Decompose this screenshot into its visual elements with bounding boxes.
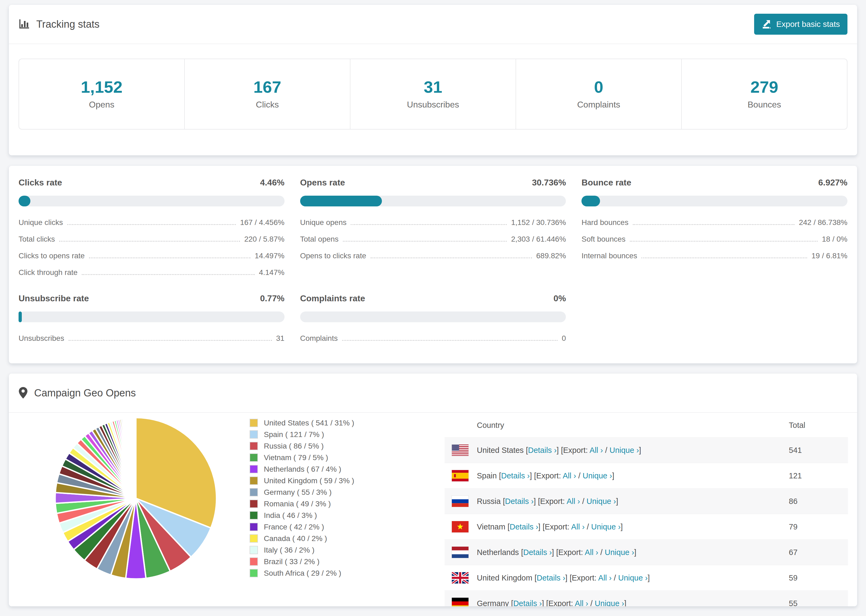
- rate-progress-track: [300, 311, 566, 322]
- rate-row: Hard bounces242 / 86.738%: [581, 218, 847, 227]
- export-basic-stats-button[interactable]: Export basic stats: [754, 14, 847, 35]
- rate-row-label: Clicks to opens rate: [19, 251, 85, 260]
- rate-title: Unsubscribe rate: [19, 294, 89, 303]
- rate-row-value: 242 / 86.738%: [799, 218, 847, 227]
- stat-value: 167: [254, 79, 281, 96]
- rate-row-label: Opens to clicks rate: [300, 251, 366, 260]
- legend-item-united-states: United States ( 541 / 31% ): [250, 417, 354, 429]
- export-all-link-united-kingdom[interactable]: All ›: [598, 574, 612, 582]
- rate-value: 30.736%: [532, 178, 566, 188]
- rate-rows: Unique clicks167 / 4.456%Total clicks220…: [19, 218, 285, 277]
- stat-value: 31: [424, 79, 442, 96]
- geo-opens-header: Campaign Geo Opens: [9, 374, 857, 413]
- legend-label: South Africa ( 29 / 2% ): [264, 569, 341, 578]
- rate-row: Unsubscribes31: [19, 334, 285, 343]
- rate-title: Opens rate: [300, 178, 345, 188]
- rate-progress-fill: [19, 196, 30, 206]
- rate-row-value: 31: [276, 334, 285, 343]
- legend-item-netherlands: Netherlands ( 67 / 4% ): [250, 464, 354, 475]
- rate-row: Soft bounces18 / 0%: [581, 235, 847, 244]
- stats-summary-box: 1,152Opens167Clicks31Unsubscribes0Compla…: [19, 58, 847, 130]
- legend-swatch: [250, 488, 258, 497]
- total-cell: 55: [789, 599, 848, 607]
- rate-row-value: 4.147%: [259, 268, 285, 277]
- country-cell: Russia [Details ›] [Export: All › / Uniq…: [477, 497, 789, 506]
- geo-row-russia: Russia [Details ›] [Export: All › / Uniq…: [444, 488, 848, 514]
- country-cell: Netherlands [Details ›] [Export: All › /…: [477, 548, 789, 557]
- rate-row: Complaints0: [300, 334, 566, 343]
- legend-label: Germany ( 55 / 3% ): [264, 488, 332, 497]
- rate-row-label: Internal bounces: [581, 251, 637, 260]
- stat-cell-bounces: 279Bounces: [681, 59, 847, 129]
- rate-row-value: 2,303 / 61.446%: [511, 235, 566, 244]
- rate-row: Unique clicks167 / 4.456%: [19, 218, 285, 227]
- details-link-germany[interactable]: Details ›: [513, 599, 542, 607]
- export-all-link-spain[interactable]: All ›: [563, 471, 576, 480]
- stat-cell-clicks: 167Clicks: [184, 59, 350, 129]
- export-all-link-germany[interactable]: All ›: [575, 599, 588, 607]
- export-all-link-netherlands[interactable]: All ›: [585, 548, 598, 556]
- rate-row: Clicks to opens rate14.497%: [19, 251, 285, 260]
- gb-flag-icon: [452, 572, 469, 584]
- geo-table-rows: United States [Details ›] [Export: All ›…: [444, 437, 848, 606]
- legend-label: France ( 42 / 2% ): [264, 523, 324, 531]
- details-link-netherlands[interactable]: Details ›: [523, 548, 552, 556]
- legend-item-france: France ( 42 / 2% ): [250, 521, 354, 533]
- rate-value: 0.77%: [260, 294, 285, 303]
- export-unique-link-united-states[interactable]: Unique ›: [609, 446, 639, 454]
- legend-item-romania: Romania ( 49 / 3% ): [250, 498, 354, 509]
- export-unique-link-vietnam[interactable]: Unique ›: [591, 522, 621, 531]
- export-unique-link-russia[interactable]: Unique ›: [587, 497, 616, 506]
- stat-value: 279: [750, 79, 778, 96]
- rate-value: 0%: [553, 294, 566, 303]
- export-unique-link-united-kingdom[interactable]: Unique ›: [618, 574, 648, 582]
- rate-block-clicks-rate: Clicks rate4.46%Unique clicks167 / 4.456…: [19, 178, 285, 277]
- rate-row: Total clicks220 / 5.87%: [19, 235, 285, 244]
- rate-row-label: Soft bounces: [581, 235, 625, 244]
- export-unique-link-spain[interactable]: Unique ›: [583, 471, 612, 480]
- legend-swatch: [250, 419, 258, 427]
- pie-slice-other[interactable]: [135, 418, 136, 498]
- rate-row-label: Unsubscribes: [19, 334, 64, 343]
- legend-item-russia: Russia ( 86 / 5% ): [250, 440, 354, 452]
- rate-row-value: 167 / 4.456%: [240, 218, 285, 227]
- legend-item-india: India ( 46 / 3% ): [250, 509, 354, 521]
- ru-flag-icon: [452, 495, 469, 507]
- rate-row-label: Total opens: [300, 235, 339, 244]
- details-link-vietnam[interactable]: Details ›: [510, 522, 538, 531]
- export-all-link-united-states[interactable]: All ›: [589, 446, 603, 454]
- total-cell: 86: [789, 497, 848, 506]
- total-cell: 59: [789, 574, 848, 582]
- rate-row: Internal bounces19 / 6.81%: [581, 251, 847, 260]
- export-unique-link-germany[interactable]: Unique ›: [595, 599, 624, 607]
- stat-label: Unsubscribes: [407, 100, 459, 110]
- export-unique-link-netherlands[interactable]: Unique ›: [605, 548, 634, 556]
- export-all-link-russia[interactable]: All ›: [567, 497, 580, 506]
- details-link-united-kingdom[interactable]: Details ›: [537, 574, 565, 582]
- details-link-spain[interactable]: Details ›: [501, 471, 529, 480]
- details-link-russia[interactable]: Details ›: [505, 497, 534, 506]
- legend-swatch: [250, 476, 258, 485]
- country-column-header: Country: [477, 421, 789, 430]
- geo-row-netherlands: Netherlands [Details ›] [Export: All › /…: [444, 539, 848, 565]
- rate-row: Click through rate4.147%: [19, 268, 285, 277]
- rate-rows: Complaints0: [300, 334, 566, 343]
- rate-block-complaints-rate: Complaints rate0%Complaints0: [300, 294, 566, 343]
- pie-legend: United States ( 541 / 31% )Spain ( 121 /…: [250, 417, 354, 579]
- rate-row-value: 1,152 / 30.736%: [511, 218, 566, 227]
- stat-label: Complaints: [577, 100, 620, 110]
- geo-opens-card: Campaign Geo Opens United States ( 541 /…: [9, 374, 857, 606]
- rate-row-label: Unique clicks: [19, 218, 63, 227]
- details-link-united-states[interactable]: Details ›: [528, 446, 556, 454]
- legend-label: Netherlands ( 67 / 4% ): [264, 465, 341, 473]
- dotted-leader: [630, 241, 817, 242]
- export-all-link-vietnam[interactable]: All ›: [571, 522, 585, 531]
- total-cell: 121: [789, 471, 848, 480]
- rate-block-bounce-rate: Bounce rate6.927%Hard bounces242 / 86.73…: [581, 178, 847, 277]
- stat-label: Bounces: [748, 100, 781, 110]
- country-cell: Germany [Details ›] [Export: All › / Uni…: [477, 599, 789, 607]
- geo-table-header: Country Total: [444, 413, 848, 437]
- rate-block-opens-rate: Opens rate30.736%Unique opens1,152 / 30.…: [300, 178, 566, 277]
- geo-opens-pie-chart[interactable]: [52, 415, 219, 581]
- geo-row-united-states: United States [Details ›] [Export: All ›…: [444, 437, 848, 463]
